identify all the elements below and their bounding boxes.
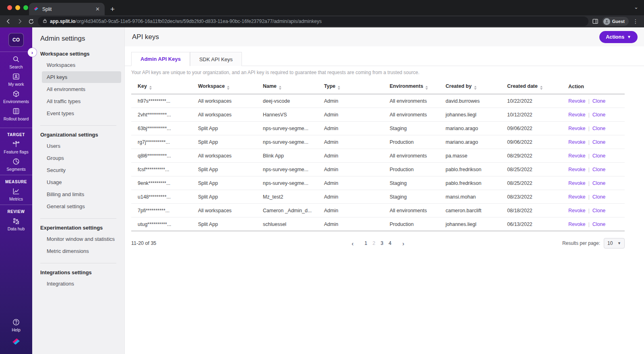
- revoke-link[interactable]: Revoke: [568, 222, 585, 227]
- page-number-2[interactable]: 2: [373, 240, 376, 246]
- cell-created-date: 08/29/2022: [501, 149, 562, 163]
- reload-button[interactable]: [27, 17, 35, 26]
- clone-link[interactable]: Clone: [592, 222, 606, 227]
- clone-link[interactable]: Clone: [592, 153, 606, 159]
- window-zoom-button[interactable]: [23, 5, 28, 10]
- sidebar-item-environments[interactable]: Environments: [0, 90, 32, 104]
- sort-icon[interactable]: [279, 86, 281, 90]
- pagination-prev-button[interactable]: ‹: [346, 240, 359, 247]
- sidebar-section-target: TARGET: [0, 132, 32, 137]
- sidebar-item-metrics[interactable]: Metrics: [0, 187, 32, 201]
- column-header-type[interactable]: Type: [318, 81, 383, 94]
- side-panel-icon[interactable]: [591, 17, 600, 26]
- clone-link[interactable]: Clone: [592, 98, 606, 104]
- revoke-link[interactable]: Revoke: [568, 139, 585, 145]
- revoke-link[interactable]: Revoke: [568, 153, 585, 159]
- nav-item-groups[interactable]: Groups: [42, 152, 121, 164]
- revoke-link[interactable]: Revoke: [568, 194, 585, 200]
- browser-menu-icon[interactable]: ⋮: [631, 18, 640, 25]
- revoke-link[interactable]: Revoke: [568, 98, 585, 104]
- column-header-created-date[interactable]: Created date: [501, 81, 562, 94]
- forward-button[interactable]: [15, 17, 24, 26]
- nav-item-integrations[interactable]: Integrations: [42, 278, 121, 290]
- sidebar-item-label: Data hub: [8, 226, 25, 231]
- sort-icon[interactable]: [474, 86, 477, 90]
- clone-link[interactable]: Clone: [592, 112, 606, 118]
- page-number-4[interactable]: 4: [388, 240, 391, 246]
- revoke-link[interactable]: Revoke: [568, 167, 585, 172]
- nav-item-all-traffic-types[interactable]: All traffic types: [42, 95, 121, 107]
- sidebar-item-my-work[interactable]: My work: [0, 72, 32, 87]
- api-keys-description: Your API keys are unique to your organiz…: [125, 66, 644, 81]
- sidebar-item-rollout-board[interactable]: Rollout board: [0, 107, 32, 121]
- clone-link[interactable]: Clone: [592, 167, 606, 172]
- page-number-1[interactable]: 1: [365, 240, 367, 246]
- tab-sdk-api-keys[interactable]: SDK API Keys: [190, 52, 242, 66]
- cell-workspace: Split App: [192, 135, 256, 149]
- nav-item-billing-and-limits[interactable]: Billing and limits: [42, 188, 121, 200]
- nav-item-api-keys[interactable]: API keys: [42, 71, 121, 83]
- org-logo[interactable]: CO: [8, 33, 24, 47]
- api-keys-table: KeyWorkspaceNameTypeEnvironmentsCreated …: [131, 81, 625, 231]
- api-keys-tabs: Admin API KeysSDK API Keys: [125, 46, 644, 66]
- nav-item-security[interactable]: Security: [42, 164, 121, 176]
- action-separator: |: [588, 139, 589, 145]
- clone-link[interactable]: Clone: [592, 139, 606, 145]
- nav-item-usage[interactable]: Usage: [42, 176, 121, 188]
- sidebar-expand-button[interactable]: ›: [28, 48, 37, 57]
- tab-search-chevron-icon[interactable]: ⌄: [634, 4, 638, 10]
- window-minimize-button[interactable]: [15, 5, 20, 10]
- sidebar-item-search[interactable]: Search: [0, 55, 32, 69]
- cell-key: 63bj**********...: [131, 122, 192, 135]
- tab-admin-api-keys[interactable]: Admin API Keys: [131, 52, 190, 66]
- actions-button[interactable]: Actions ▼: [599, 31, 638, 43]
- new-tab-button[interactable]: +: [110, 5, 115, 13]
- clone-link[interactable]: Clone: [592, 126, 606, 131]
- clone-link[interactable]: Clone: [592, 194, 606, 200]
- rollout-board-icon: [12, 107, 20, 115]
- revoke-link[interactable]: Revoke: [568, 112, 585, 118]
- profile-button[interactable]: Guest: [602, 17, 629, 26]
- nav-item-monitor-window-and-statistics[interactable]: Monitor window and statistics: [42, 233, 121, 245]
- column-header-workspace[interactable]: Workspace: [192, 81, 256, 94]
- page-number-3[interactable]: 3: [381, 240, 384, 246]
- sort-icon[interactable]: [425, 86, 428, 90]
- browser-toolbar: app.split.io/org/4d3405a0-9ca5-11e5-9706…: [0, 15, 644, 27]
- window-close-button[interactable]: [7, 5, 12, 10]
- sort-icon[interactable]: [149, 86, 152, 90]
- sort-icon[interactable]: [540, 86, 543, 90]
- cell-created-by: johannes.liegl: [439, 217, 501, 231]
- tab-close-icon[interactable]: ✕: [95, 6, 101, 12]
- clone-link[interactable]: Clone: [592, 180, 606, 186]
- segments-icon: [12, 157, 20, 166]
- sidebar-item-data-hub[interactable]: Data hub: [0, 217, 32, 231]
- nav-item-general-settings[interactable]: General settings: [42, 201, 121, 212]
- browser-tab[interactable]: Split ✕: [29, 3, 105, 15]
- nav-item-event-types[interactable]: Event types: [42, 108, 121, 119]
- revoke-link[interactable]: Revoke: [568, 126, 585, 131]
- actions-button-label: Actions: [606, 34, 624, 40]
- nav-item-all-environments[interactable]: All environments: [42, 83, 121, 95]
- column-header-environments[interactable]: Environments: [383, 81, 439, 94]
- column-header-name[interactable]: Name: [256, 81, 318, 94]
- column-header-created-by[interactable]: Created by: [439, 81, 501, 94]
- sort-icon[interactable]: [338, 86, 340, 90]
- column-header-key[interactable]: Key: [131, 81, 192, 94]
- sidebar-item-help[interactable]: Help: [0, 318, 32, 332]
- back-button[interactable]: [4, 17, 13, 26]
- url-bar[interactable]: app.split.io/org/4d3405a0-9ca5-11e5-9706…: [38, 17, 588, 26]
- revoke-link[interactable]: Revoke: [568, 208, 585, 213]
- nav-item-workspaces[interactable]: Workspaces: [42, 59, 121, 71]
- sidebar-item-label: Rollout board: [4, 116, 29, 121]
- sort-icon[interactable]: [227, 86, 229, 90]
- revoke-link[interactable]: Revoke: [568, 180, 585, 186]
- sidebar-item-feature-flags[interactable]: Feature flags: [0, 140, 32, 154]
- cell-action: Revoke|Clone: [562, 135, 625, 149]
- metrics-icon: [12, 187, 20, 195]
- nav-item-users[interactable]: Users: [42, 140, 121, 152]
- nav-item-metric-dimensions[interactable]: Metric dimensions: [42, 245, 121, 257]
- pagination-next-button[interactable]: ›: [396, 240, 410, 247]
- clone-link[interactable]: Clone: [592, 208, 606, 213]
- avatar: [603, 18, 610, 25]
- sidebar-item-segments[interactable]: Segments: [0, 157, 32, 172]
